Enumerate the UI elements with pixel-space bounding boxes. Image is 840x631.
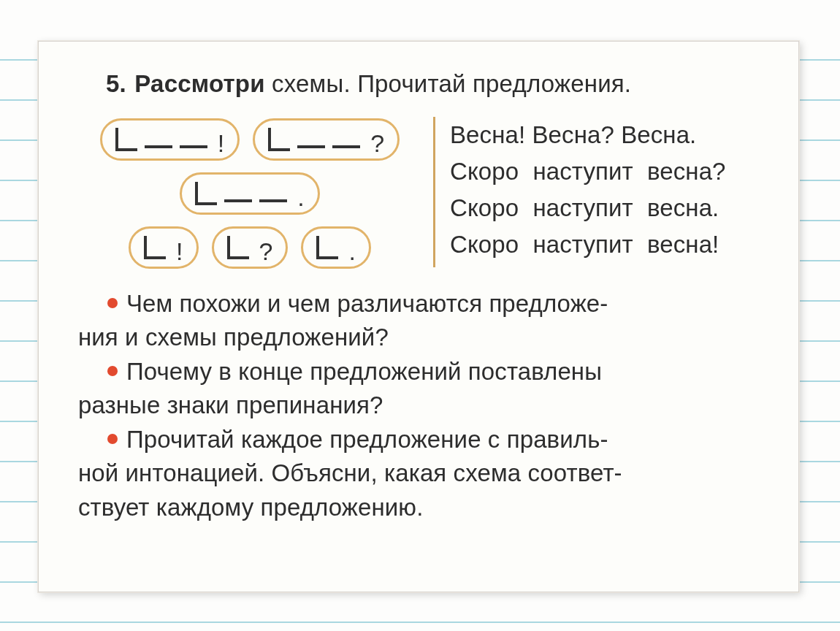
scheme-pill: !	[100, 118, 240, 161]
question-line: Прочитай каждое предложение с правиль-	[78, 424, 766, 456]
sentence-line: Весна! Весна? Весна.	[450, 117, 766, 153]
vertical-divider	[433, 117, 435, 267]
scheme-pill: !	[129, 226, 198, 269]
task-rest: схемы. Прочитай предложения.	[265, 70, 632, 97]
punctuation-mark: .	[345, 239, 355, 264]
word-icon	[180, 145, 207, 148]
punctuation-mark: ?	[256, 239, 273, 264]
schemes-and-sentences: ! ? . !	[78, 115, 766, 269]
punctuation-mark: .	[294, 185, 304, 210]
scheme-row-1: ! ?	[78, 118, 421, 161]
capital-word-icon	[195, 182, 217, 205]
bullet-icon	[107, 434, 118, 444]
question-line: Почему в конце предложений поставлены	[78, 356, 766, 389]
question-text: Прочитай каждое предложение с правиль-	[126, 426, 608, 453]
capital-word-icon	[316, 236, 338, 259]
scheme-pill: ?	[253, 118, 400, 161]
word-icon	[297, 145, 325, 148]
question-text: Чем похожи и чем различаются предложе-	[126, 290, 608, 317]
question-list: Чем похожи и чем различаются предложе- н…	[78, 288, 766, 524]
scheme-pill: .	[180, 172, 319, 215]
scheme-row-2: .	[78, 172, 421, 215]
task-verb: Рассмотри	[134, 70, 264, 97]
task-heading: 5. Рассмотри схемы. Прочитай предложения…	[78, 68, 766, 101]
bullet-icon	[107, 298, 118, 308]
capital-word-icon	[227, 236, 249, 259]
word-icon	[145, 145, 172, 148]
question-line: ния и схемы предложений?	[78, 321, 766, 354]
sentence-line: Скоро наступит весна!	[450, 226, 766, 263]
question-line: ствует каждому предложению.	[78, 492, 766, 524]
capital-word-icon	[144, 236, 166, 259]
punctuation-mark: ?	[367, 131, 384, 156]
word-icon	[259, 199, 287, 202]
punctuation-mark: !	[173, 239, 183, 264]
exercise-card: 5. Рассмотри схемы. Прочитай предложения…	[38, 41, 799, 592]
question-line: разные знаки препинания?	[78, 389, 766, 422]
question-line: ной интонацией. Объясни, какая схема соо…	[78, 457, 766, 490]
word-icon	[224, 199, 252, 202]
example-sentences: Весна! Весна? Весна. Скоро наступит весн…	[450, 115, 766, 269]
word-icon	[332, 145, 360, 148]
sentence-line: Скоро наступит весна.	[450, 190, 766, 226]
scheme-pill: .	[301, 226, 370, 269]
question-line: Чем похожи и чем различаются предложе-	[78, 288, 766, 321]
question-text: Почему в конце предложений поставлены	[126, 358, 602, 385]
capital-word-icon	[115, 128, 137, 151]
bullet-icon	[107, 366, 118, 376]
scheme-row-3: ! ? .	[78, 226, 421, 269]
punctuation-mark: !	[215, 131, 224, 156]
task-number: 5.	[106, 70, 126, 97]
capital-word-icon	[268, 128, 290, 151]
sentence-schemes: ! ? . !	[78, 115, 421, 269]
scheme-pill: ?	[212, 226, 289, 269]
sentence-line: Скоро наступит весна?	[450, 153, 766, 190]
